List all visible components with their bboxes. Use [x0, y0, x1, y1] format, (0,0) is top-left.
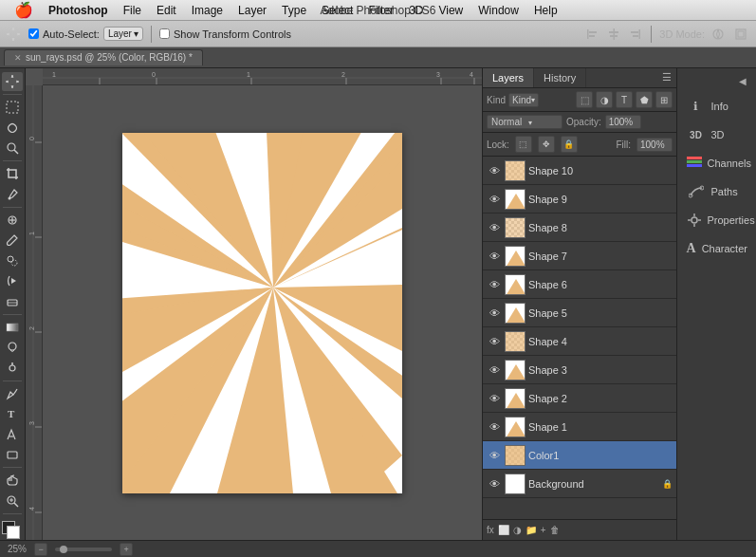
menu-layer[interactable]: Layer [231, 2, 273, 19]
transform-controls-checkbox[interactable] [159, 28, 170, 39]
filter-smart-btn[interactable]: ⊞ [655, 91, 673, 108]
menu-edit[interactable]: Edit [150, 2, 183, 19]
delete-layer-icon[interactable]: 🗑 [550, 525, 560, 535]
dodge-tool[interactable] [2, 358, 23, 377]
filter-text-btn[interactable]: T [616, 91, 633, 108]
layer-row[interactable]: 👁 Color1 [483, 441, 676, 470]
filter-pixel-btn[interactable]: ⬚ [576, 91, 593, 108]
move-tool[interactable] [2, 72, 23, 91]
right-item-paths[interactable]: Paths [681, 178, 753, 205]
eraser-tool[interactable] [2, 291, 23, 310]
lock-pixels-btn[interactable]: ⬚ [515, 136, 532, 153]
filter-adjust-btn[interactable]: ◑ [596, 91, 613, 108]
new-layer-icon[interactable]: + [541, 525, 546, 535]
right-item-properties[interactable]: Properties [681, 207, 753, 233]
layer-row[interactable]: 👁 Shape 8 [483, 214, 676, 242]
lasso-tool[interactable] [2, 119, 23, 138]
clone-tool[interactable] [2, 251, 23, 270]
adjustment-icon[interactable]: ◑ [513, 525, 522, 535]
kind-dropdown[interactable]: Kind ▾ [508, 93, 539, 107]
menu-view[interactable]: View [432, 2, 470, 19]
zoom-slider[interactable] [55, 548, 112, 551]
add-mask-icon[interactable]: ⬜ [498, 525, 509, 535]
layer-row[interactable]: 👁 Shape 5 [483, 299, 676, 327]
gradient-tool[interactable] [2, 318, 23, 337]
zoom-out-btn[interactable]: − [34, 543, 47, 556]
path-select-tool[interactable] [2, 424, 23, 443]
layer-row[interactable]: 👁 Shape 9 [483, 185, 676, 214]
right-item-3d[interactable]: 3D 3D [681, 121, 753, 148]
layer-visibility-toggle[interactable]: 👁 [487, 220, 502, 235]
menu-3d[interactable]: 3D [402, 2, 430, 19]
layer-visibility-toggle[interactable]: 👁 [487, 448, 502, 463]
right-item-channels[interactable]: Channels [681, 150, 753, 176]
layer-row[interactable]: 👁 Shape 4 [483, 327, 676, 356]
3d-rotate-icon[interactable] [710, 27, 726, 42]
marquee-tool[interactable] [2, 98, 23, 117]
crop-tool[interactable] [2, 164, 23, 183]
layer-row[interactable]: 👁 Shape 7 [483, 242, 676, 270]
right-item-character[interactable]: A Character [681, 235, 753, 262]
layer-row[interactable]: 👁 Shape 6 [483, 270, 676, 299]
pen-tool[interactable] [2, 384, 23, 403]
zoom-tool[interactable] [2, 491, 23, 510]
hand-tool[interactable] [2, 471, 23, 490]
layer-visibility-toggle[interactable]: 👁 [487, 476, 502, 492]
panel-menu-icon[interactable]: ☰ [657, 68, 676, 87]
group-icon[interactable]: 📁 [526, 525, 537, 535]
align-left-icon[interactable] [585, 27, 600, 42]
tab-history[interactable]: History [534, 68, 586, 87]
layer-dropdown[interactable]: Layer ▾ [103, 27, 143, 41]
quick-select-tool[interactable] [2, 139, 23, 158]
history-brush-tool[interactable] [2, 271, 23, 290]
layer-row[interactable]: 👁 Shape 1 [483, 413, 676, 441]
layer-row[interactable]: 👁 Background 🔒 [483, 470, 676, 498]
opacity-value[interactable]: 100% [605, 115, 641, 129]
menu-help[interactable]: Help [527, 2, 564, 19]
tab-layers[interactable]: Layers [483, 68, 534, 87]
layer-visibility-toggle[interactable]: 👁 [487, 419, 502, 435]
expand-panel-btn[interactable]: ◀ [739, 76, 754, 91]
fill-value[interactable]: 100% [636, 138, 673, 152]
layer-row[interactable]: 👁 Shape 2 [483, 384, 676, 413]
menu-photoshop[interactable]: Photoshop [42, 2, 115, 19]
lock-position-btn[interactable]: ✥ [538, 136, 555, 153]
eyedropper-tool[interactable] [2, 185, 23, 204]
shape-tool[interactable] [2, 445, 23, 464]
right-item-info[interactable]: ℹ Info [681, 93, 753, 120]
file-tab[interactable]: ✕ sun_rays.psd @ 25% (Color, RGB/16) * [4, 49, 203, 65]
3d-scale-icon[interactable] [733, 27, 748, 42]
layer-visibility-toggle[interactable]: 👁 [487, 334, 502, 349]
menu-select[interactable]: Select [315, 2, 360, 19]
filter-shape-btn[interactable]: ⬟ [636, 91, 653, 108]
layer-visibility-toggle[interactable]: 👁 [487, 277, 502, 292]
menu-type[interactable]: Type [275, 2, 313, 19]
blend-mode-dropdown[interactable]: Normal ▾ [487, 115, 562, 129]
align-center-icon[interactable] [606, 27, 621, 42]
foreground-color[interactable] [2, 521, 23, 540]
zoom-in-btn[interactable]: + [120, 543, 133, 556]
layer-visibility-toggle[interactable]: 👁 [487, 306, 502, 321]
apple-menu[interactable]: 🍎 [8, 0, 40, 21]
layer-row[interactable]: 👁 Shape 3 [483, 356, 676, 384]
menu-filter[interactable]: Filter [361, 2, 400, 19]
fx-icon[interactable]: fx [487, 525, 494, 535]
menu-image[interactable]: Image [185, 2, 230, 19]
layer-visibility-toggle[interactable]: 👁 [487, 163, 502, 178]
brush-tool[interactable] [2, 231, 23, 250]
align-right-icon[interactable] [627, 27, 642, 42]
text-tool[interactable]: T [2, 404, 23, 423]
healing-tool[interactable] [2, 211, 23, 230]
auto-select-checkbox[interactable] [28, 28, 39, 39]
lock-all-btn[interactable]: 🔒 [561, 136, 578, 153]
layer-visibility-toggle[interactable]: 👁 [487, 391, 502, 406]
menu-window[interactable]: Window [471, 2, 526, 19]
layer-visibility-toggle[interactable]: 👁 [487, 192, 502, 207]
blur-tool[interactable] [2, 338, 23, 357]
layer-visibility-toggle[interactable]: 👁 [487, 362, 502, 378]
layer-row[interactable]: 👁 Shape 10 [483, 157, 676, 185]
layer-visibility-toggle[interactable]: 👁 [487, 249, 502, 264]
menu-file[interactable]: File [117, 2, 148, 19]
tab-close-btn[interactable]: ✕ [14, 53, 22, 63]
right-item-properties-label: Properties [708, 214, 755, 226]
